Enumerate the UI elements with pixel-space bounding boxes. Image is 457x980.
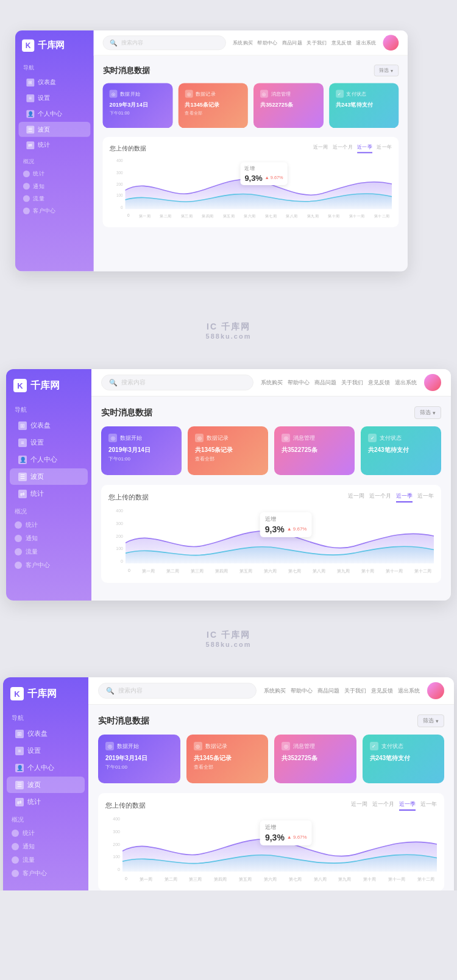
nav-help-2[interactable]: 帮助中心 [288,379,310,387]
sidebar-2-profile[interactable]: 👤 个人中心 [10,451,88,468]
sidebar-item-profile[interactable]: 👤 个人中心 [19,106,91,121]
search-bar-2[interactable]: 🔍 搜索内容 [101,375,253,390]
logo-k-2: K [13,379,27,392]
sidebar-sub-statistics[interactable]: 统计 [15,167,94,180]
card-main: 共243笔待支付 [336,101,392,109]
nav-purchase-3[interactable]: 系统购买 [264,687,286,695]
sidebar-2-traffic[interactable]: 流量 [6,545,91,559]
nav-products-2[interactable]: 商品问题 [314,379,336,387]
sidebar-item-dashboard[interactable]: ⊞ 仪表盘 [19,75,91,90]
sidebar-item-nav2[interactable]: ⇄ 统计 [19,138,91,153]
sidebar-sub-customer[interactable]: 客户中心 [15,205,94,217]
sidebar-2-notify[interactable]: 通知 [6,532,91,545]
stat-card-2-4[interactable]: ✓ 支付状态 共243笔待支付 [361,426,441,475]
profile-icon: 👤 [26,110,34,118]
stat-card-2-2[interactable]: ◎ 数据记录 共1345条记录 查看全部 [188,426,268,475]
sidebar-2-customer[interactable]: 客户中心 [6,559,91,572]
avatar[interactable] [383,35,399,51]
nav-purchase[interactable]: 系统购买 [233,39,253,46]
tab-year[interactable]: 近一年 [377,144,392,153]
sidebar-sub-notify[interactable]: 通知 [15,180,94,192]
search-bar-3[interactable]: 🔍 搜索内容 [98,683,257,699]
nav2-icon-3: ⇄ [15,798,24,806]
nav-feedback-2[interactable]: 意见反馈 [368,379,390,387]
filter-button-3[interactable]: 筛选 ▾ [417,714,444,727]
stat-card-3-2[interactable]: ◎ 数据记录 共1345条记录 查看全部 [186,735,269,783]
sidebar-3-dashboard[interactable]: ⊞ 仪表盘 [7,725,85,742]
filter-button[interactable]: 筛选 ▾ [374,65,399,76]
nav-logout[interactable]: 退出系统 [356,39,376,46]
sidebar-2-pages[interactable]: ☰ 波页 [10,468,88,485]
profile-icon-2: 👤 [18,456,27,464]
chart-section: 您上传的数据 近一周 近一个月 近一季 近一年 400 300 [103,137,399,227]
sidebar-2-dashboard[interactable]: ⊞ 仪表盘 [10,417,88,434]
sidebar-3-nav2[interactable]: ⇄ 统计 [7,794,85,810]
nav-help[interactable]: 帮助中心 [257,39,277,46]
sidebar-2-settings[interactable]: ≡ 设置 [10,434,88,451]
nav-feedback[interactable]: 意见反馈 [331,39,352,46]
sidebar-item-settings[interactable]: ≡ 设置 [19,90,91,105]
nav-logout-3[interactable]: 退出系统 [398,687,420,695]
nav-products-3[interactable]: 商品问题 [317,687,339,695]
stat-card-3-1[interactable]: ◎ 数据开始 2019年3月14日 下午01:00 [98,735,180,783]
tab-quarter-3[interactable]: 近一季 [399,800,416,811]
x-label: 第二周 [160,214,171,219]
stat-card-2-3[interactable]: ◎ 消息管理 共3522725条 [274,426,355,475]
tab-month[interactable]: 近一个月 [333,144,353,153]
stat-card-1[interactable]: ◎ 数据开始 2019年3月14日 下午01:00 [103,83,173,128]
chart-tabs-2: 近一周 近一个月 近一季 近一年 [348,492,434,502]
sidebar-3-settings[interactable]: ≡ 设置 [7,742,85,759]
avatar-2[interactable] [424,374,441,391]
sidebar-3-notify[interactable]: 通知 [3,840,88,853]
x-label: 第十二周 [374,214,390,219]
card-icon-area: ◎ 数据记录 [185,90,241,98]
sidebar-sub-traffic[interactable]: 流量 [15,192,94,205]
card-main: 共3522725条 [260,101,316,109]
sidebar-3-pages[interactable]: ☰ 波页 [7,777,85,793]
nav-about-2[interactable]: 关于我们 [341,379,363,387]
nav-logout-2[interactable]: 退出系统 [395,379,417,387]
sidebar-2: K 千库网 导航 ⊞ 仪表盘 ≡ 设置 👤 个人中心 ☰ 波页 ⇄ 统 [6,369,91,601]
sidebar-2-statistics[interactable]: 统计 [6,518,91,532]
tab-year-2[interactable]: 近一年 [417,492,434,502]
stat-card-3[interactable]: ◎ 消息管理 共3522725条 [253,83,324,128]
nav-about[interactable]: 关于我们 [306,39,327,46]
sidebar-item-pages[interactable]: ☰ 波页 [19,122,91,137]
nav-products[interactable]: 商品问题 [282,39,302,46]
stat-card-3-4[interactable]: ✓ 支付状态 共243笔待支付 [363,735,445,783]
logo-2: K 千库网 [6,379,91,402]
search-placeholder: 搜索内容 [121,39,144,47]
x-label: 第一周 [139,214,151,219]
card-label: 数据开始 [120,90,140,97]
sidebar-3-traffic[interactable]: 流量 [3,853,88,867]
sidebar-2-nav2[interactable]: ⇄ 统计 [10,485,88,502]
nav-help-3[interactable]: 帮助中心 [291,687,313,695]
stat-card-4[interactable]: ✓ 支付状态 共243笔待支付 [329,83,399,128]
dashboard-icon-3: ⊞ [15,730,24,738]
tab-week-2[interactable]: 近一周 [348,492,364,502]
search-bar[interactable]: 🔍 搜索内容 [103,35,226,50]
tab-week-3[interactable]: 近一周 [351,800,367,811]
pages-icon: ☰ [26,125,34,133]
tab-month-2[interactable]: 近一个月 [369,492,391,502]
page-title-2: 实时消息数据 [101,407,152,418]
nav-purchase-2[interactable]: 系统购买 [261,379,283,387]
tab-year-3[interactable]: 近一年 [420,800,437,811]
search-icon-2: 🔍 [109,379,118,387]
tab-quarter[interactable]: 近一季 [357,144,372,153]
stat-card-3-3[interactable]: ◎ 消息管理 共3522725条 [274,735,356,783]
sidebar-3-profile[interactable]: 👤 个人中心 [7,760,85,776]
tab-week[interactable]: 近一周 [313,144,328,153]
records-icon-3: ◎ [194,742,202,750]
nav-feedback-3[interactable]: 意见反馈 [371,687,393,695]
tab-quarter-2[interactable]: 近一季 [396,492,413,502]
chevron-down-icon: ▾ [391,68,394,73]
sidebar-3-customer[interactable]: 客户中心 [3,867,88,880]
avatar-3[interactable] [427,682,444,699]
nav-about-3[interactable]: 关于我们 [344,687,366,695]
stat-card-2-1[interactable]: ◎ 数据开始 2019年3月14日 下午01:00 [101,426,182,475]
tab-month-3[interactable]: 近一个月 [372,800,394,811]
stat-card-2[interactable]: ◎ 数据记录 共1345条记录 查看全部 [178,83,248,128]
filter-button-2[interactable]: 筛选 ▾ [414,406,441,419]
sidebar-3-statistics[interactable]: 统计 [3,827,88,840]
